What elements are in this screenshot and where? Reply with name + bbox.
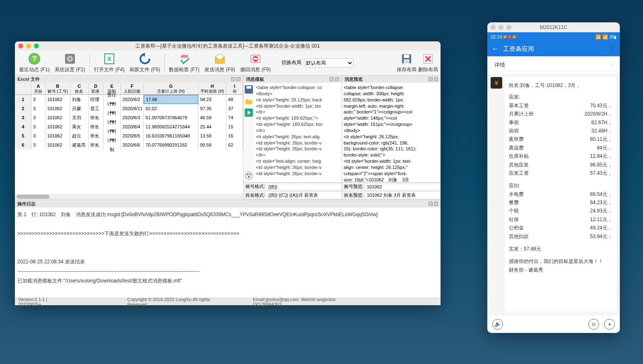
- copyright-text: Copyright © 2016-2022 LongXu All rights …: [128, 297, 228, 307]
- svg-text:?: ?: [32, 55, 37, 63]
- help-icon: ?: [28, 52, 41, 65]
- save-icon: [400, 52, 413, 65]
- payslip-row: 水电费88.54元，: [509, 190, 612, 198]
- phone-titlebar: M2012K11C: [487, 22, 620, 32]
- svg-rect-15: [404, 55, 409, 58]
- main-window: 工资条帮—[基于企业微信/钉钉的工资条发送工具]—工资条帮测试企业-企业微信 0…: [15, 41, 441, 305]
- recall-button[interactable]: 撤回消息 (F9): [238, 51, 273, 75]
- payslip-row: 高温费84元，: [509, 144, 612, 152]
- chat-area: ¥ 姓名:刘备，工号:101062，3月， 应发: 基本工资70.43元，月累计…: [487, 74, 620, 315]
- toolbar: ? 最近动态 (F1) 系统设置 (F2) X 打开文件 (F4) 刷新文件 (…: [15, 51, 441, 75]
- layout-select[interactable]: 默认布局: [304, 58, 354, 67]
- horizontal-scrollbar[interactable]: [15, 194, 243, 200]
- emoji-icon[interactable]: ☺: [588, 319, 599, 330]
- phone-status-bar: 22:10 📶📶35▮: [487, 32, 620, 41]
- svg-text:abc: abc: [181, 53, 189, 58]
- column-header[interactable]: D职务: [89, 83, 104, 94]
- mail-icon: [213, 52, 226, 65]
- log-panel: 操作日志 第 1 行: 101062 刘备 消息发送成功 msgid:[Dv0o…: [15, 200, 441, 298]
- table-row[interactable]: 23101062吕蒙普工计时制2020/8/1182.0297.3537: [15, 104, 243, 113]
- add-icon[interactable]: ＋: [604, 319, 615, 330]
- svg-point-22: [245, 172, 253, 179]
- contact-text: Email:gnolux@qq.com. WeiXin:wxgnolux. QQ…: [253, 297, 363, 307]
- user-icon[interactable]: 👤: [607, 45, 616, 53]
- wifi-icon: 📶: [602, 34, 608, 40]
- send-button[interactable]: 发送消息 (F8): [202, 51, 238, 75]
- payslip-row: 基本工资70.43元，: [509, 101, 612, 110]
- payslip-row: 其他扣款53.94元；: [509, 232, 612, 241]
- version-text: Version:2.1.1 | 20220825a: [18, 297, 70, 307]
- abc-check-icon: abc: [178, 52, 191, 65]
- preview-title: 消息预览: [344, 76, 363, 82]
- refresh-button[interactable]: 刷新文件 (F5): [127, 51, 163, 75]
- settings-button[interactable]: 系统设置 (F2): [52, 51, 88, 75]
- alarm-icon: [503, 35, 507, 39]
- column-header[interactable]: B账号 (工号): [46, 83, 70, 94]
- payslip-row: 病假32.48H，: [509, 127, 612, 135]
- column-header[interactable]: G月累计上班 (H): [144, 83, 198, 94]
- column-header[interactable]: A月份: [31, 83, 46, 94]
- chevron-right-icon: ›: [611, 62, 613, 68]
- payslip-row: 其他应发96.85元，: [509, 161, 612, 169]
- column-header[interactable]: H平时加班 (H): [198, 83, 226, 94]
- payslip-row: 住房补贴12.84元，: [509, 152, 612, 160]
- log-body: 第 1 行: 101062 刘备 消息发送成功 msgid:[Dv0oBVNA9…: [15, 207, 441, 298]
- column-header[interactable]: F入职日期: [121, 83, 144, 94]
- template-source[interactable]: <table style="border-collapse: co <tbody…: [254, 83, 342, 182]
- svg-rect-16: [404, 59, 409, 63]
- save-layout-button[interactable]: 保存布局: [396, 51, 417, 75]
- table-row[interactable]: 53101062赵云班长计时制2020/8/516.63106796116504…: [15, 131, 243, 140]
- svg-point-25: [248, 176, 250, 178]
- account-format-input[interactable]: {{B}}: [267, 184, 342, 189]
- table-row[interactable]: 63101062诸葛亮班长计时制2020/8/670.0776699029126…: [15, 140, 243, 149]
- panel-min-icon[interactable]: [231, 77, 235, 81]
- panel-close-icon[interactable]: [236, 77, 241, 81]
- name-preview: 101062 刘备 3月 薪资表: [365, 192, 441, 198]
- payslip-row: 社保12.11元，: [509, 215, 612, 224]
- table-row[interactable]: 43101062美女班长计时制2020/8/411.98058252427184…: [15, 122, 243, 131]
- excel-title: Excel 文件: [17, 76, 40, 82]
- avatar: ¥: [491, 77, 502, 89]
- save-tmpl-icon[interactable]: [245, 85, 253, 94]
- account-preview: 101062: [365, 184, 441, 189]
- log-title: 操作日志: [17, 201, 36, 207]
- delete-layout-button[interactable]: 删除布局: [417, 51, 439, 75]
- recall-icon: [249, 52, 262, 65]
- data-check-button[interactable]: abc 数据检查 (F7): [166, 51, 202, 75]
- table-row[interactable]: 13101062刘备经理责任制2020/8/217.6694.2348: [15, 95, 243, 104]
- chat-input-bar: 🔊 ☺ ＋: [487, 315, 620, 333]
- phone-window: M2012K11C 22:10 📶📶35▮ ← 工资条应用 👤 详情 › ¥ 姓…: [487, 22, 620, 333]
- window-title: 工资条帮—[基于企业微信/钉钉的工资条发送工具]—工资条帮测试企业-企业微信 0…: [15, 43, 441, 50]
- layout-label: 切换布局: [282, 59, 301, 66]
- voice-icon[interactable]: 🔊: [492, 319, 503, 330]
- column-header[interactable]: I补: [226, 83, 243, 94]
- payslip-row: 月累计上班2020/8/2H，: [509, 110, 612, 118]
- recent-button[interactable]: ? 最近动态 (F1): [17, 51, 52, 75]
- payslip-row: 个税24.93元，: [509, 207, 612, 215]
- excel-panel: Excel 文件 A月份B账号 (工号)C姓名D职务E班制F入职日期G月累计上班…: [15, 75, 243, 200]
- payslip-row: 公积金49.24元，: [509, 224, 612, 232]
- gear-icon: [63, 52, 77, 65]
- svg-text:X: X: [107, 55, 111, 62]
- detail-bar[interactable]: 详情 ›: [490, 59, 617, 71]
- phone-window-title: M2012K11C: [487, 24, 620, 30]
- notif-icon: [513, 35, 516, 39]
- titlebar: 工资条帮—[基于企业微信/钉钉的工资条发送工具]—工资条帮测试企业-企业微信 0…: [15, 41, 441, 51]
- name-format-input[interactable]: {{B}} {{C}} {{A}}月 薪资表: [267, 192, 342, 198]
- svg-rect-13: [253, 58, 258, 60]
- payslip-row: 应发工资57.43元，: [509, 169, 612, 177]
- play-tmpl-icon[interactable]: [245, 108, 253, 117]
- table-row[interactable]: 33101062关羽班长计时制2020/8/351.09708737864078…: [15, 113, 243, 122]
- status-bar: Version:2.1.1 | 20220825a Copyright © 20…: [15, 298, 441, 305]
- payslip-row: 餐费64.23元，: [509, 198, 612, 207]
- svg-point-4: [69, 58, 71, 60]
- notif-icon: [508, 35, 511, 39]
- preview-panel: 消息预览 <table style="border-collapse: coll…: [342, 75, 441, 200]
- open-file-button[interactable]: X 打开文件 (F4): [92, 51, 127, 75]
- back-icon[interactable]: ←: [491, 45, 499, 53]
- column-header[interactable]: C姓名: [70, 83, 89, 94]
- data-grid[interactable]: A月份B账号 (工号)C姓名D职务E班制F入职日期G月累计上班 (H)H平时加班…: [15, 83, 243, 200]
- open-tmpl-icon[interactable]: [245, 97, 253, 105]
- phone-app-header: ← 工资条应用 👤: [487, 41, 620, 56]
- palette-tmpl-icon[interactable]: [245, 171, 253, 180]
